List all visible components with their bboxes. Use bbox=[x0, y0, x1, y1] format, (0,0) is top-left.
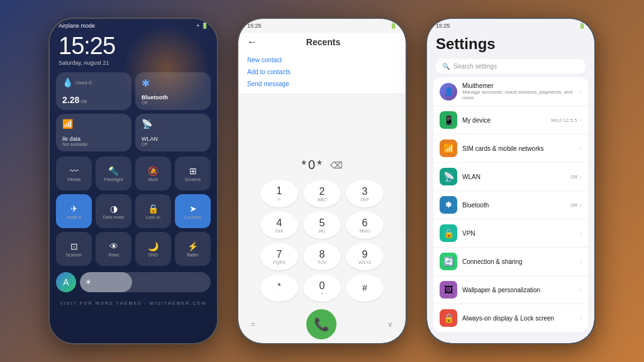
chevron-icon: › bbox=[580, 258, 582, 265]
sim-right: › bbox=[580, 145, 582, 152]
vibrate-button[interactable]: 〰 Vibrate bbox=[56, 156, 92, 190]
keypad-hash[interactable]: # bbox=[346, 274, 384, 302]
battery-icon: ⚡ bbox=[187, 241, 198, 251]
airplane-mode-label: Airplane mode bbox=[58, 23, 95, 29]
settings-item-wallpaper[interactable]: 🖼 Wallpaper & personalization › bbox=[433, 276, 588, 304]
status-icons-right: + 🔋 bbox=[196, 23, 208, 29]
settings-item-aod[interactable]: 🔒 Always-on display & Lock screen › bbox=[433, 304, 588, 332]
vpn-right: › bbox=[580, 230, 582, 237]
vpn-text: VPN bbox=[462, 230, 575, 237]
data-tile-unit: GB bbox=[80, 99, 87, 104]
screens-icon: ⊞ bbox=[189, 166, 197, 176]
brightness-slider[interactable]: ☀ bbox=[80, 272, 211, 292]
dark-mode-toggle[interactable]: ◑ Dark mode bbox=[96, 194, 131, 228]
dialer-down-icon[interactable]: ∨ bbox=[387, 320, 393, 329]
wlan-right: Off › bbox=[570, 173, 582, 180]
chevron-icon: › bbox=[580, 173, 582, 180]
add-contacts-link[interactable]: Add to contacts bbox=[247, 66, 397, 78]
aod-right: › bbox=[580, 315, 582, 322]
keypad-9[interactable]: 9WXYZ bbox=[346, 243, 384, 270]
connection-name: Connection & sharing bbox=[462, 258, 575, 265]
dialer-status-right: 🔋 bbox=[390, 23, 397, 29]
status-bar-2: 15:25 🔋 bbox=[238, 19, 406, 33]
settings-item-bluetooth[interactable]: ✱ Bluetooth Off › bbox=[433, 191, 588, 219]
bluetooth-tile[interactable]: ✱ Bluetooth Off bbox=[135, 72, 211, 110]
scanner-icon: ⊡ bbox=[70, 241, 78, 251]
mute-button[interactable]: 🔕 Mute bbox=[135, 156, 171, 190]
bluetooth-name: Bluetooth bbox=[462, 202, 565, 209]
scanner-button[interactable]: ⊡ Scanner bbox=[56, 232, 92, 266]
keypad-row-4: *· 0+ # bbox=[245, 274, 399, 302]
aod-icon: 🔒 bbox=[440, 309, 457, 327]
avatar[interactable]: A bbox=[56, 272, 76, 292]
lock-screen-toggle[interactable]: 🔒 Lock sc bbox=[135, 194, 171, 228]
keypad-7[interactable]: 7PQRS bbox=[260, 243, 298, 270]
read-label: Read bbox=[108, 253, 119, 257]
device-icon: 📱 bbox=[440, 111, 457, 129]
settings-item-connection[interactable]: 🔄 Connection & sharing › bbox=[433, 248, 588, 276]
settings-item-sim[interactable]: 📶 SIM cards & mobile networks › bbox=[433, 134, 588, 163]
wifi-label: WLAN bbox=[142, 136, 204, 142]
device-right: MIUI 12.5.5 › bbox=[551, 117, 582, 124]
profile-name: Miuithemer bbox=[462, 82, 575, 89]
read-button[interactable]: 👁 Read bbox=[96, 232, 131, 266]
wallpaper-name: Wallpaper & personalization bbox=[462, 287, 575, 293]
keypad-star[interactable]: *· bbox=[260, 274, 298, 302]
search-icon: 🔍 bbox=[442, 63, 450, 70]
keypad-6[interactable]: 6MNO bbox=[346, 211, 384, 239]
connection-text: Connection & sharing bbox=[462, 258, 575, 265]
keypad-3[interactable]: 3DEF bbox=[346, 180, 384, 207]
phone-1-control-center: Airplane mode + 🔋 15:25 Saturday, August… bbox=[48, 18, 218, 344]
battery-button[interactable]: ⚡ Batter bbox=[175, 232, 211, 266]
dark-mode-label: Dark mode bbox=[103, 215, 124, 219]
delete-button[interactable]: ⌫ bbox=[330, 160, 343, 170]
keypad-4[interactable]: 4GHI bbox=[260, 211, 298, 239]
settings-item-vpn[interactable]: 🔒 VPN › bbox=[433, 219, 588, 248]
wifi-tile[interactable]: 📡 WLAN Off bbox=[135, 114, 211, 151]
mobile-data-tile[interactable]: 📶 ile data Not available bbox=[56, 114, 131, 151]
send-message-link[interactable]: Send message bbox=[247, 78, 397, 90]
vpn-icon: 🔒 bbox=[440, 224, 457, 242]
settings-title-area: Settings bbox=[427, 33, 594, 57]
keypad-2[interactable]: 2ABC bbox=[303, 180, 341, 207]
settings-search-bar[interactable]: 🔍 Search settings bbox=[436, 59, 586, 74]
keypad-row-1: 1ᵢ₀ 2ABC 3DEF bbox=[245, 180, 399, 207]
settings-item-profile[interactable]: 👤 Miuithemer Manage accounts, cloud serv… bbox=[433, 77, 588, 106]
connection-right: › bbox=[580, 258, 582, 265]
location-toggle[interactable]: ➤ Location bbox=[175, 194, 211, 228]
settings-item-wlan[interactable]: 📡 WLAN Off › bbox=[433, 163, 588, 191]
keypad-0[interactable]: 0+ bbox=[303, 274, 341, 302]
back-button[interactable]: ← bbox=[247, 36, 257, 48]
chevron-icon: › bbox=[580, 202, 582, 209]
tiles-row-2: 📶 ile data Not available 📡 WLAN Off bbox=[56, 114, 211, 151]
keypad-1[interactable]: 1ᵢ₀ bbox=[260, 180, 298, 207]
bluetooth-settings-icon: ✱ bbox=[440, 196, 457, 214]
screens-button[interactable]: ⊞ Screens bbox=[175, 156, 211, 190]
call-button[interactable]: 📞 bbox=[306, 309, 336, 339]
new-contact-link[interactable]: New contact bbox=[247, 54, 397, 66]
wlan-text: WLAN bbox=[462, 173, 565, 180]
phone-2-dialer: 15:25 🔋 ← Recents New contact Add to con… bbox=[237, 18, 407, 344]
dnd-button[interactable]: 🌙 DND bbox=[135, 232, 171, 266]
bluetooth-right: Off › bbox=[570, 202, 582, 209]
aod-text: Always-on display & Lock screen bbox=[462, 315, 575, 322]
chevron-icon: › bbox=[580, 145, 582, 152]
keypad-8[interactable]: 8TUV bbox=[303, 243, 341, 270]
location-label: Location bbox=[184, 215, 201, 219]
settings-item-device[interactable]: 📱 My device MIUI 12.5.5 › bbox=[433, 106, 588, 134]
flashlight-button[interactable]: 🔦 Flashlight bbox=[96, 156, 131, 190]
dialer-options-icon[interactable]: = bbox=[251, 320, 255, 329]
battery-label: Batter bbox=[187, 253, 199, 257]
dialer-header: ← Recents bbox=[238, 33, 406, 50]
wallpaper-text: Wallpaper & personalization bbox=[462, 287, 575, 293]
status-bar-3: 15:25 🔋 bbox=[427, 19, 594, 33]
airplane-toggle[interactable]: ✈ mode A bbox=[56, 194, 92, 228]
keypad-5[interactable]: 5JKL bbox=[303, 211, 341, 239]
sim-icon: 📶 bbox=[440, 140, 457, 157]
aod-name: Always-on display & Lock screen bbox=[462, 315, 575, 322]
data-tile[interactable]: 💧 Used 0: 2.28 GB bbox=[56, 72, 131, 110]
vibrate-icon: 〰 bbox=[70, 166, 79, 176]
eye-icon: 👁 bbox=[109, 241, 118, 251]
keypad: 1ᵢ₀ 2ABC 3DEF 4GHI 5JKL 6MNO 7PQRS 8TUV … bbox=[238, 177, 406, 305]
watermark: VISIT FOR MORE THEMES - MIUITHEMER.COM bbox=[50, 301, 217, 305]
